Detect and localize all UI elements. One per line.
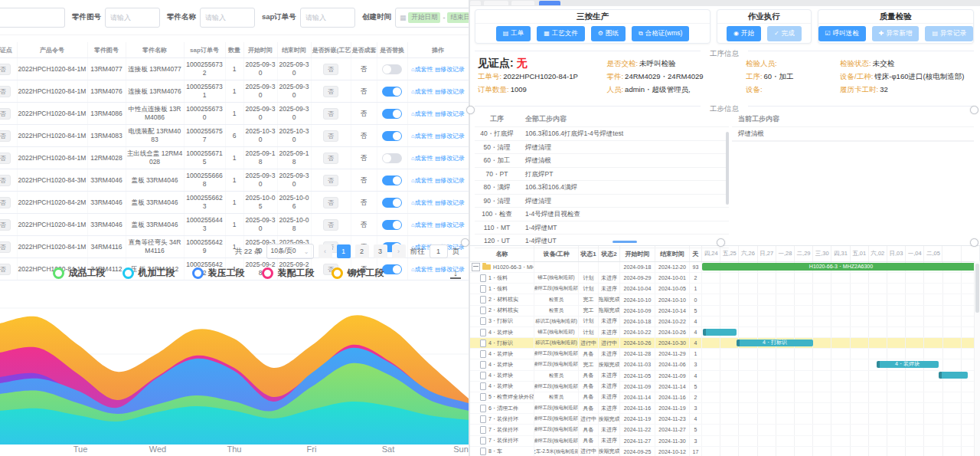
gantt-row[interactable]: 1・领料铆焊工段(核电制造部)计划未进序2024-10-042024-10-05… — [470, 284, 980, 294]
collapse-icon[interactable] — [472, 263, 480, 271]
set-link[interactable]: ⌂成套性 — [411, 88, 433, 95]
set-link[interactable]: ⌂成套性 — [411, 177, 433, 184]
gantt-row[interactable]: 2・材料核实检查员完工拖期完成2024-10-092024-10-145 — [470, 306, 980, 317]
step-content: 106.3和106.4满焊 — [519, 181, 729, 194]
开始-button[interactable]: ◉开始 — [727, 26, 761, 41]
tab-2[interactable] — [484, 1, 508, 5]
record-link[interactable]: ▤修改记录 — [435, 110, 465, 117]
record-link[interactable]: ▤修改记录 — [435, 88, 465, 95]
step-row[interactable]: 80・满焊106.3和106.4满焊 — [475, 181, 729, 195]
page-button-2[interactable]: 2 — [355, 244, 369, 258]
tab-active[interactable] — [539, 1, 560, 5]
gantt-bar[interactable]: H1020-66-3・MHZ2A6300 — [702, 263, 980, 271]
legend-item[interactable]: 装配工段 — [262, 267, 315, 280]
filter-input[interactable] — [200, 8, 255, 28]
gantt-bar[interactable]: 4・打标识 — [737, 340, 813, 346]
replace-toggle[interactable] — [382, 176, 402, 185]
set-link[interactable]: ⌂成套性 — [411, 66, 433, 73]
gantt-scrollbar[interactable] — [974, 261, 980, 456]
gantt-row[interactable]: 4・打标识标识工(核电制造部)进行中进行中2024-10-262024-10-3… — [470, 338, 980, 349]
gantt-row[interactable]: 7・装保持环铆焊工段(核电制造部)进行中按期完成2024-11-192024-1… — [470, 414, 980, 425]
呼叫送检-button[interactable]: ☑呼叫送检 — [818, 26, 866, 41]
gantt-row[interactable]: 6・清理工件铆焊工段(核电制造部)具备未进序2024-11-162024-11-… — [470, 403, 980, 414]
pane-handle[interactable] — [466, 106, 475, 114]
replace-toggle[interactable] — [382, 153, 402, 163]
pane-handle[interactable] — [717, 238, 725, 247]
gantt-row[interactable]: 8・车立车-2.5米(核电制造部)进行中按期完成2024-09-252024-1… — [470, 447, 980, 456]
page-size-select[interactable]: 10条/页⌄ — [266, 244, 314, 259]
gantt-row[interactable]: 5・检查焊全块外径检查员具备未进序2024-11-142024-11-162 — [470, 392, 980, 403]
filter-input[interactable] — [300, 8, 355, 28]
gantt-days: 5 — [690, 382, 702, 392]
gantt-row[interactable]: 3・打标识标识工(核电制造部)计划未进序2024-10-182024-10-22… — [470, 317, 980, 327]
goto-page-input[interactable] — [430, 244, 448, 258]
gantt-row[interactable]: 4・装焊块铆焊工段(核电制造部)具备未进序2024-11-282024-11-2… — [470, 349, 980, 359]
leading-filter-input[interactable] — [0, 8, 65, 28]
step-row[interactable]: 100・检查1-4号焊缝目视检查 — [475, 208, 729, 221]
set-link[interactable]: ⌂成套性 — [411, 133, 433, 139]
date-start-placeholder[interactable]: 开始日期 — [408, 12, 440, 23]
record-link[interactable]: ▤修改记录 — [435, 66, 465, 73]
gantt-bar[interactable]: 4・装焊块 — [877, 361, 939, 368]
record-link[interactable]: ▤修改记录 — [435, 177, 465, 184]
异常新增-button[interactable]: ✚异常新增 — [872, 26, 920, 41]
legend-item[interactable]: 机加工段 — [122, 267, 175, 280]
current-step-row[interactable]: 焊缝清根 — [732, 127, 974, 141]
异常记录-button[interactable]: ▤异常记录 — [925, 26, 973, 41]
legend-item[interactable]: 装压工段 — [192, 267, 245, 280]
工艺文件-button[interactable]: ▦工艺文件 — [537, 26, 585, 41]
set-link[interactable]: ⌂成套性 — [411, 199, 433, 206]
step-row[interactable]: 110・MT1-4焊缝MT — [475, 221, 729, 235]
图纸-button[interactable]: ⚙图纸 — [591, 26, 626, 41]
prev-page-button[interactable]: ‹ — [318, 244, 332, 258]
date-range-picker[interactable]: ▦ 开始日期 - 结束日期 — [395, 8, 469, 28]
gantt-row[interactable]: 7・装保持环铆焊工段(核电制造部)具备未进序2024-11-272024-11-… — [470, 436, 980, 447]
part-name-cell: 盖板 33RM4046 — [126, 192, 184, 214]
download-icon[interactable]: ↓ — [450, 267, 461, 279]
完成-button[interactable]: ✓完成 — [767, 26, 802, 41]
replace-toggle[interactable] — [382, 87, 402, 97]
set-link[interactable]: ⌂成套性 — [411, 155, 433, 162]
step-row[interactable]: 90・清理焊缝清理 — [475, 195, 729, 208]
tab-1[interactable] — [470, 1, 481, 5]
gantt-row[interactable]: 4・装焊块铆焊工段(核电制造部)具备未进序2024-11-092024-11-1… — [470, 382, 980, 392]
gantt-bar[interactable] — [703, 329, 737, 336]
next-page-button[interactable]: › — [392, 244, 406, 258]
replace-toggle[interactable] — [382, 64, 402, 74]
page-button-1[interactable]: 1 — [337, 244, 351, 258]
record-link[interactable]: ▤修改记录 — [435, 221, 465, 228]
page-button-3[interactable]: 3 — [374, 244, 387, 258]
replace-toggle[interactable] — [382, 109, 402, 119]
gantt-scrollbar-thumb[interactable] — [975, 264, 979, 313]
vertical-scrollbar-thumb[interactable] — [726, 132, 729, 205]
pane-handle[interactable] — [970, 106, 978, 114]
replace-toggle[interactable] — [382, 131, 402, 141]
step-row[interactable]: 40・打底焊106.3和106.4打底焊1-4号焊缝test — [475, 127, 729, 141]
gantt-row[interactable]: 1・领料铆工(核电制造部)计划未进序2024-09-292024-10-012 — [470, 273, 980, 284]
filter-input[interactable] — [105, 8, 160, 28]
replace-toggle[interactable] — [382, 220, 402, 230]
gantt-bar[interactable] — [939, 372, 969, 379]
合格证(wms)-button[interactable]: ⧉合格证(wms) — [632, 26, 689, 41]
pane-handle[interactable] — [970, 238, 978, 247]
date-end-placeholder[interactable]: 结束日期 — [447, 12, 469, 23]
pane-handle[interactable] — [461, 238, 469, 247]
legend-item[interactable]: 铆焊工段 — [332, 267, 384, 280]
record-link[interactable]: ▤修改记录 — [435, 199, 465, 206]
replace-toggle[interactable] — [382, 198, 402, 208]
record-link[interactable]: ▤修改记录 — [435, 155, 465, 162]
tab-3[interactable] — [511, 1, 534, 5]
sap-cell: 10002556731 — [184, 80, 225, 103]
legend-item[interactable]: 成品工段 — [53, 267, 106, 280]
record-link[interactable]: ▤修改记录 — [435, 133, 465, 139]
set-link[interactable]: ⌂成套性 — [411, 110, 433, 117]
gantt-row[interactable]: 2・材料核实检查员完工拖期完成2024-10-102024-10-100 — [470, 294, 980, 305]
step-row[interactable]: 70・PT打底焊PT — [475, 168, 729, 182]
step-row[interactable]: 50・清理焊缝清理 — [475, 141, 729, 155]
gantt-row[interactable]: 4・装焊块检查员具备未进序2024-11-052024-11-094 — [470, 371, 980, 382]
horizontal-scrollbar-thumb[interactable] — [612, 241, 637, 243]
工单-button[interactable]: ▤工单 — [496, 26, 531, 41]
set-link[interactable]: ⌂成套性 — [411, 221, 433, 228]
gantt-row[interactable]: 7・装保持环铆焊工段(核电制造部)具备未进序2024-11-222024-11-… — [470, 425, 980, 435]
step-row[interactable]: 60・加工焊缝清根 — [475, 154, 729, 168]
